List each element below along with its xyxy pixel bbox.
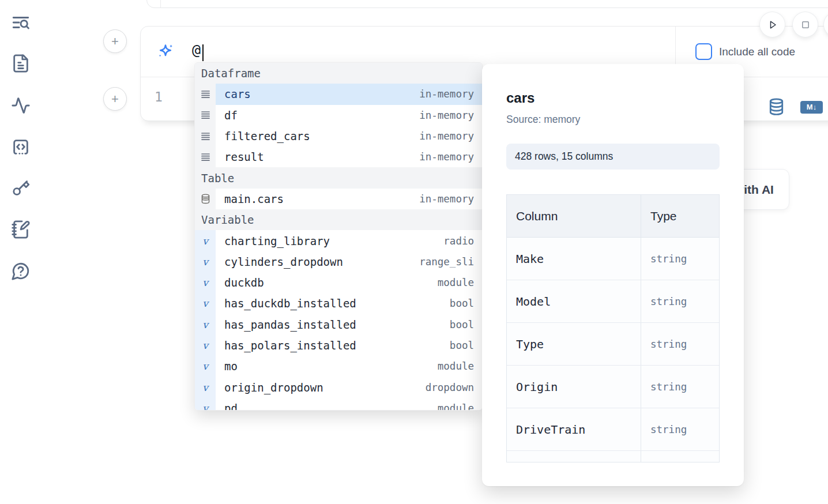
column-name: Type xyxy=(516,337,544,351)
item-detail: dropdown xyxy=(426,382,474,393)
item-detail: bool xyxy=(450,319,474,330)
item-detail: in-memory xyxy=(419,130,474,142)
dataframe-icon xyxy=(195,84,216,104)
add-cell-button-top[interactable]: + xyxy=(103,29,127,53)
previous-cell-edge xyxy=(146,0,828,8)
item-detail: radio xyxy=(443,235,474,247)
column-name: Origin xyxy=(516,380,558,394)
preview-source: Source: memory xyxy=(506,114,720,126)
item-name: has_pandas_installed xyxy=(224,318,450,331)
item-name: cars xyxy=(224,88,419,100)
schema-header-row: ColumnType xyxy=(507,195,719,238)
play-icon xyxy=(767,19,778,31)
include-all-code-checkbox[interactable] xyxy=(695,43,712,60)
preview-schema-table: ColumnTypeMakestringModelstringTypestrin… xyxy=(506,194,720,462)
schema-row-make: Makestring xyxy=(507,238,719,280)
dataframe-icon xyxy=(195,146,216,167)
item-detail: in-memory xyxy=(419,110,474,121)
variable-icon: v xyxy=(195,356,216,377)
column-type: string xyxy=(650,296,687,307)
file-text-icon[interactable] xyxy=(11,54,31,73)
column-type: string xyxy=(650,253,687,265)
item-name: duckdb xyxy=(224,276,438,289)
column-type: string xyxy=(650,381,687,393)
autocomplete-item-has_polars_installed[interactable]: vhas_polars_installedbool xyxy=(195,335,482,356)
item-name: result xyxy=(224,151,419,163)
autocomplete-section-dataframe: Dataframe xyxy=(195,63,482,84)
ai-sparkle-icon xyxy=(156,43,175,62)
include-all-code-label: Include all code xyxy=(719,46,795,58)
variable-icon: v xyxy=(195,251,216,272)
column-type: string xyxy=(650,338,687,350)
item-name: mo xyxy=(224,360,438,373)
schema-row-origin: Originstring xyxy=(507,366,719,408)
autocomplete-item-cars[interactable]: carsin-memory xyxy=(195,84,482,104)
autocomplete-item-pd[interactable]: vpdmodule xyxy=(195,398,482,411)
autocomplete-item-filtered_cars[interactable]: filtered_carsin-memory xyxy=(195,126,482,146)
autocomplete-item-duckdb[interactable]: vduckdbmodule xyxy=(195,272,482,293)
run-cell-button[interactable] xyxy=(760,12,785,37)
dataframe-icon xyxy=(195,126,216,146)
stop-button[interactable] xyxy=(793,12,818,37)
add-cell-button-bottom[interactable]: + xyxy=(103,87,127,111)
autocomplete-item-has_duckdb_installed[interactable]: vhas_duckdb_installedbool xyxy=(195,293,482,314)
item-name: origin_dropdown xyxy=(224,381,426,394)
item-detail: module xyxy=(438,277,474,288)
dataframe-icon xyxy=(195,105,216,126)
help-chat-icon[interactable] xyxy=(11,261,31,281)
preview-title: cars xyxy=(506,90,720,106)
table-icon xyxy=(195,189,216,209)
variable-icon: v xyxy=(195,398,216,411)
schema-row-model: Modelstring xyxy=(507,280,719,323)
variable-icon: v xyxy=(195,335,216,356)
autocomplete-item-origin_dropdown[interactable]: vorigin_dropdowndropdown xyxy=(195,377,482,397)
schema-header-type: Type xyxy=(641,195,719,237)
schema-header-column: Column xyxy=(507,195,641,237)
autocomplete-item-has_pandas_installed[interactable]: vhas_pandas_installedbool xyxy=(195,314,482,335)
cell-gutter-divider xyxy=(160,0,161,7)
notebook-pen-icon[interactable] xyxy=(11,220,31,239)
autocomplete-section-table: Table xyxy=(195,167,482,188)
code-snippets-icon[interactable] xyxy=(11,137,31,157)
autocomplete-item-charting_library[interactable]: vcharting_libraryradio xyxy=(195,230,482,251)
item-detail: in-memory xyxy=(419,88,474,100)
preview-shape-badge: 428 rows, 15 columns xyxy=(506,144,720,170)
dataframe-preview-panel: cars Source: memory 428 rows, 15 columns… xyxy=(482,64,744,486)
markdown-icon[interactable]: M↓ xyxy=(800,101,823,114)
ai-prompt-input[interactable]: @ xyxy=(192,42,201,58)
column-name: DriveTrain xyxy=(516,423,585,437)
item-name: filtered_cars xyxy=(224,130,419,142)
autocomplete-item-main.cars[interactable]: main.carsin-memory xyxy=(195,189,482,209)
database-icon[interactable] xyxy=(768,98,785,116)
autocomplete-item-cylinders_dropdown[interactable]: vcylinders_dropdownrange_sli xyxy=(195,251,482,272)
variable-icon: v xyxy=(195,293,216,314)
include-all-code-toggle[interactable]: Include all code xyxy=(695,43,795,60)
item-detail: bool xyxy=(450,298,474,309)
item-detail: in-memory xyxy=(419,193,474,205)
left-sidebar xyxy=(0,0,42,504)
item-name: has_polars_installed xyxy=(224,339,450,352)
toc-search-icon[interactable] xyxy=(11,13,31,32)
stop-icon xyxy=(800,19,811,31)
column-name: Make xyxy=(516,252,544,266)
item-name: cylinders_dropdown xyxy=(224,255,419,268)
variable-icon: v xyxy=(195,314,216,335)
autocomplete-item-mo[interactable]: vmomodule xyxy=(195,356,482,377)
autocomplete-item-result[interactable]: resultin-memory xyxy=(195,146,482,167)
activity-icon[interactable] xyxy=(11,96,31,115)
autocomplete-item-df[interactable]: dfin-memory xyxy=(195,105,482,126)
item-name: df xyxy=(224,109,419,122)
item-name: has_duckdb_installed xyxy=(224,297,450,310)
key-icon[interactable] xyxy=(11,178,31,198)
item-detail: module xyxy=(438,360,474,372)
text-cursor xyxy=(202,44,204,61)
item-detail: bool xyxy=(450,340,474,351)
item-detail: in-memory xyxy=(419,151,474,163)
variable-icon: v xyxy=(195,272,216,293)
code-line-number: 1 xyxy=(155,89,163,104)
autocomplete-dropdown: Dataframecarsin-memorydfin-memoryfiltere… xyxy=(194,62,483,411)
schema-row-partial xyxy=(507,451,719,462)
schema-row-type: Typestring xyxy=(507,323,719,366)
item-detail: module xyxy=(438,403,474,411)
item-name: charting_library xyxy=(224,235,443,247)
